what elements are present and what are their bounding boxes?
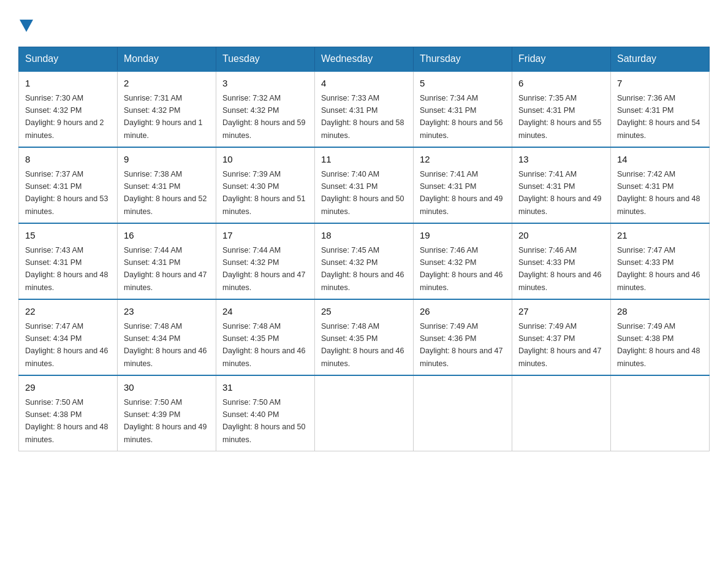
day-number: 24 bbox=[222, 305, 308, 319]
day-info: Sunrise: 7:47 AMSunset: 4:34 PMDaylight:… bbox=[25, 322, 108, 368]
calendar-cell: 11 Sunrise: 7:40 AMSunset: 4:31 PMDaylig… bbox=[315, 147, 414, 223]
day-number: 25 bbox=[321, 305, 407, 319]
calendar-cell: 31 Sunrise: 7:50 AMSunset: 4:40 PMDaylig… bbox=[216, 375, 315, 451]
calendar-cell: 10 Sunrise: 7:39 AMSunset: 4:30 PMDaylig… bbox=[216, 147, 315, 223]
day-info: Sunrise: 7:35 AMSunset: 4:31 PMDaylight:… bbox=[518, 94, 602, 140]
day-number: 3 bbox=[222, 77, 308, 91]
calendar-cell: 21 Sunrise: 7:47 AMSunset: 4:33 PMDaylig… bbox=[611, 223, 710, 299]
calendar-cell: 19 Sunrise: 7:46 AMSunset: 4:32 PMDaylig… bbox=[414, 223, 512, 299]
day-number: 14 bbox=[617, 153, 703, 167]
day-number: 21 bbox=[617, 229, 703, 243]
day-number: 4 bbox=[321, 77, 407, 91]
day-info: Sunrise: 7:34 AMSunset: 4:31 PMDaylight:… bbox=[420, 94, 503, 140]
calendar-cell: 14 Sunrise: 7:42 AMSunset: 4:31 PMDaylig… bbox=[611, 147, 710, 223]
day-info: Sunrise: 7:50 AMSunset: 4:40 PMDaylight:… bbox=[222, 398, 306, 444]
day-number: 26 bbox=[420, 305, 506, 319]
week-row-3: 15 Sunrise: 7:43 AMSunset: 4:31 PMDaylig… bbox=[19, 223, 710, 299]
day-number: 9 bbox=[124, 153, 210, 167]
calendar-cell: 17 Sunrise: 7:44 AMSunset: 4:32 PMDaylig… bbox=[216, 223, 315, 299]
calendar-cell: 27 Sunrise: 7:49 AMSunset: 4:37 PMDaylig… bbox=[512, 299, 611, 375]
day-number: 31 bbox=[222, 381, 308, 395]
calendar-cell: 25 Sunrise: 7:48 AMSunset: 4:35 PMDaylig… bbox=[315, 299, 414, 375]
day-number: 10 bbox=[222, 153, 308, 167]
day-info: Sunrise: 7:31 AMSunset: 4:32 PMDaylight:… bbox=[124, 94, 203, 140]
day-info: Sunrise: 7:46 AMSunset: 4:32 PMDaylight:… bbox=[420, 246, 503, 292]
calendar-cell: 8 Sunrise: 7:37 AMSunset: 4:31 PMDayligh… bbox=[19, 147, 118, 223]
day-number: 19 bbox=[420, 229, 506, 243]
day-info: Sunrise: 7:50 AMSunset: 4:38 PMDaylight:… bbox=[25, 398, 108, 444]
calendar-cell: 9 Sunrise: 7:38 AMSunset: 4:31 PMDayligh… bbox=[118, 147, 216, 223]
day-info: Sunrise: 7:49 AMSunset: 4:38 PMDaylight:… bbox=[617, 322, 700, 368]
day-info: Sunrise: 7:45 AMSunset: 4:32 PMDaylight:… bbox=[321, 246, 404, 292]
day-number: 13 bbox=[518, 153, 604, 167]
calendar-cell: 6 Sunrise: 7:35 AMSunset: 4:31 PMDayligh… bbox=[512, 71, 611, 147]
weekday-header-monday: Monday bbox=[118, 47, 216, 72]
day-info: Sunrise: 7:36 AMSunset: 4:31 PMDaylight:… bbox=[617, 94, 700, 140]
day-info: Sunrise: 7:48 AMSunset: 4:35 PMDaylight:… bbox=[222, 322, 306, 368]
day-info: Sunrise: 7:39 AMSunset: 4:30 PMDaylight:… bbox=[222, 170, 306, 216]
day-number: 18 bbox=[321, 229, 407, 243]
week-row-5: 29 Sunrise: 7:50 AMSunset: 4:38 PMDaylig… bbox=[19, 375, 710, 451]
calendar-table: SundayMondayTuesdayWednesdayThursdayFrid… bbox=[18, 47, 710, 451]
calendar-cell: 22 Sunrise: 7:47 AMSunset: 4:34 PMDaylig… bbox=[19, 299, 118, 375]
day-info: Sunrise: 7:40 AMSunset: 4:31 PMDaylight:… bbox=[321, 170, 404, 216]
week-row-2: 8 Sunrise: 7:37 AMSunset: 4:31 PMDayligh… bbox=[19, 147, 710, 223]
day-number: 28 bbox=[617, 305, 703, 319]
calendar-cell bbox=[315, 375, 414, 451]
day-info: Sunrise: 7:47 AMSunset: 4:33 PMDaylight:… bbox=[617, 246, 700, 292]
weekday-header-friday: Friday bbox=[512, 47, 611, 72]
day-info: Sunrise: 7:44 AMSunset: 4:31 PMDaylight:… bbox=[124, 246, 207, 292]
day-info: Sunrise: 7:42 AMSunset: 4:31 PMDaylight:… bbox=[617, 170, 700, 216]
calendar-cell bbox=[512, 375, 611, 451]
day-number: 17 bbox=[222, 229, 308, 243]
day-info: Sunrise: 7:46 AMSunset: 4:33 PMDaylight:… bbox=[518, 246, 602, 292]
day-number: 12 bbox=[420, 153, 506, 167]
day-number: 6 bbox=[518, 77, 604, 91]
day-info: Sunrise: 7:48 AMSunset: 4:35 PMDaylight:… bbox=[321, 322, 404, 368]
day-info: Sunrise: 7:49 AMSunset: 4:37 PMDaylight:… bbox=[518, 322, 602, 368]
day-info: Sunrise: 7:50 AMSunset: 4:39 PMDaylight:… bbox=[124, 398, 207, 444]
day-info: Sunrise: 7:30 AMSunset: 4:32 PMDaylight:… bbox=[25, 94, 104, 140]
day-number: 7 bbox=[617, 77, 703, 91]
calendar-cell: 4 Sunrise: 7:33 AMSunset: 4:31 PMDayligh… bbox=[315, 71, 414, 147]
day-number: 27 bbox=[518, 305, 604, 319]
weekday-header-wednesday: Wednesday bbox=[315, 47, 414, 72]
calendar-cell: 1 Sunrise: 7:30 AMSunset: 4:32 PMDayligh… bbox=[19, 71, 118, 147]
day-info: Sunrise: 7:44 AMSunset: 4:32 PMDaylight:… bbox=[222, 246, 306, 292]
svg-marker-0 bbox=[20, 20, 33, 32]
day-number: 2 bbox=[124, 77, 210, 91]
calendar-cell: 24 Sunrise: 7:48 AMSunset: 4:35 PMDaylig… bbox=[216, 299, 315, 375]
logo bbox=[18, 12, 33, 34]
day-number: 16 bbox=[124, 229, 210, 243]
day-info: Sunrise: 7:32 AMSunset: 4:32 PMDaylight:… bbox=[222, 94, 306, 140]
calendar-cell: 26 Sunrise: 7:49 AMSunset: 4:36 PMDaylig… bbox=[414, 299, 512, 375]
day-info: Sunrise: 7:38 AMSunset: 4:31 PMDaylight:… bbox=[124, 170, 207, 216]
week-row-4: 22 Sunrise: 7:47 AMSunset: 4:34 PMDaylig… bbox=[19, 299, 710, 375]
calendar-cell bbox=[414, 375, 512, 451]
weekday-header-saturday: Saturday bbox=[611, 47, 710, 72]
page-header bbox=[18, 12, 710, 34]
day-number: 22 bbox=[25, 305, 111, 319]
calendar-cell: 30 Sunrise: 7:50 AMSunset: 4:39 PMDaylig… bbox=[118, 375, 216, 451]
day-info: Sunrise: 7:33 AMSunset: 4:31 PMDaylight:… bbox=[321, 94, 404, 140]
calendar-cell: 29 Sunrise: 7:50 AMSunset: 4:38 PMDaylig… bbox=[19, 375, 118, 451]
calendar-cell: 16 Sunrise: 7:44 AMSunset: 4:31 PMDaylig… bbox=[118, 223, 216, 299]
day-info: Sunrise: 7:37 AMSunset: 4:31 PMDaylight:… bbox=[25, 170, 108, 216]
day-number: 30 bbox=[124, 381, 210, 395]
calendar-cell: 13 Sunrise: 7:41 AMSunset: 4:31 PMDaylig… bbox=[512, 147, 611, 223]
calendar-cell: 18 Sunrise: 7:45 AMSunset: 4:32 PMDaylig… bbox=[315, 223, 414, 299]
weekday-header-sunday: Sunday bbox=[19, 47, 118, 72]
day-number: 11 bbox=[321, 153, 407, 167]
calendar-cell: 28 Sunrise: 7:49 AMSunset: 4:38 PMDaylig… bbox=[611, 299, 710, 375]
week-row-1: 1 Sunrise: 7:30 AMSunset: 4:32 PMDayligh… bbox=[19, 71, 710, 147]
calendar-cell: 12 Sunrise: 7:41 AMSunset: 4:31 PMDaylig… bbox=[414, 147, 512, 223]
calendar-cell: 20 Sunrise: 7:46 AMSunset: 4:33 PMDaylig… bbox=[512, 223, 611, 299]
day-number: 20 bbox=[518, 229, 604, 243]
day-info: Sunrise: 7:41 AMSunset: 4:31 PMDaylight:… bbox=[518, 170, 602, 216]
weekday-header-tuesday: Tuesday bbox=[216, 47, 315, 72]
calendar-cell: 15 Sunrise: 7:43 AMSunset: 4:31 PMDaylig… bbox=[19, 223, 118, 299]
logo-triangle-icon bbox=[20, 20, 33, 32]
day-number: 1 bbox=[25, 77, 111, 91]
calendar-cell: 23 Sunrise: 7:48 AMSunset: 4:34 PMDaylig… bbox=[118, 299, 216, 375]
day-info: Sunrise: 7:48 AMSunset: 4:34 PMDaylight:… bbox=[124, 322, 207, 368]
